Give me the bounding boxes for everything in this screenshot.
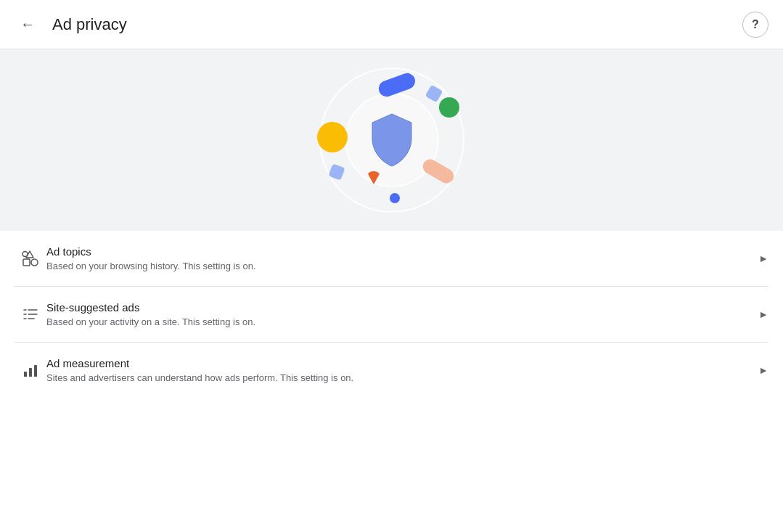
ad-measurement-title: Ad measurement: [46, 357, 751, 369]
page-header: ← Ad privacy ?: [0, 0, 783, 49]
site-suggested-ads-content: Site-suggested ads Based on your activit…: [46, 301, 751, 327]
blob-yellow-circle: [317, 122, 348, 152]
svg-rect-11: [29, 368, 32, 377]
ad-topics-content: Ad topics Based on your browsing history…: [46, 245, 751, 271]
setting-item-ad-measurement[interactable]: Ad measurement Sites and advertisers can…: [15, 343, 768, 398]
page-title: Ad privacy: [52, 15, 127, 34]
ad-topics-icon: [15, 250, 46, 267]
help-button[interactable]: ?: [742, 12, 768, 38]
blob-green-circle: [439, 97, 459, 118]
ad-measurement-icon: [15, 361, 46, 379]
site-suggested-ads-chevron: ►: [758, 308, 768, 320]
site-suggested-ads-desc: Based on your activity on a site. This s…: [46, 316, 751, 327]
ad-topics-title: Ad topics: [46, 245, 751, 258]
site-suggested-ads-title: Site-suggested ads: [46, 301, 751, 314]
svg-rect-12: [34, 365, 37, 377]
setting-item-ad-topics[interactable]: Ad topics Based on your browsing history…: [15, 231, 768, 287]
svg-rect-10: [24, 372, 27, 377]
back-button[interactable]: ←: [15, 12, 41, 38]
svg-point-3: [22, 252, 28, 257]
setting-item-site-suggested-ads[interactable]: Site-suggested ads Based on your activit…: [15, 287, 768, 343]
site-suggested-ads-icon: [15, 306, 46, 323]
shield-icon: [366, 111, 417, 169]
blob-orange-triangle: [366, 171, 381, 184]
blob-blue-dot: [390, 193, 400, 203]
header-left: ← Ad privacy: [15, 12, 127, 38]
svg-point-1: [31, 259, 38, 266]
illustration-container: [308, 57, 475, 224]
ad-measurement-content: Ad measurement Sites and advertisers can…: [46, 357, 751, 383]
ad-measurement-desc: Sites and advertisers can understand how…: [46, 372, 751, 383]
svg-rect-0: [23, 259, 30, 266]
ad-measurement-chevron: ►: [758, 364, 768, 376]
ad-topics-chevron: ►: [758, 253, 768, 264]
hero-illustration: [0, 49, 783, 231]
settings-list: Ad topics Based on your browsing history…: [0, 231, 783, 398]
ad-topics-desc: Based on your browsing history. This set…: [46, 261, 751, 271]
